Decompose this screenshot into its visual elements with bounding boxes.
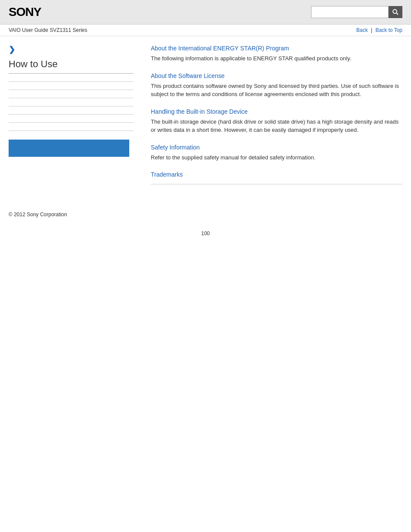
sidebar: ❯ How to Use xyxy=(9,45,142,194)
software-license-body: This product contains software owned by … xyxy=(151,82,402,99)
sidebar-divider-7 xyxy=(9,131,134,131)
nav-separator: | xyxy=(371,27,372,33)
safety-info-heading[interactable]: Safety Information xyxy=(151,144,402,151)
section-energy-star: About the International ENERGY STAR(R) P… xyxy=(151,45,402,63)
content-area: About the International ENERGY STAR(R) P… xyxy=(142,45,402,194)
section-software-license: About the Software License This product … xyxy=(151,72,402,99)
search-button[interactable] xyxy=(389,6,402,18)
guide-title: VAIO User Guide SVZ1311 Series xyxy=(9,27,87,33)
safety-info-body: Refer to the supplied safety manual for … xyxy=(151,153,402,162)
back-to-top-link[interactable]: Back to Top xyxy=(376,27,402,33)
sony-logo: SONY xyxy=(9,5,41,19)
nav-links: Back | Back to Top xyxy=(356,27,402,33)
sidebar-divider-4 xyxy=(9,106,134,106)
sidebar-divider-1 xyxy=(9,81,134,82)
energy-star-body: The following information is applicable … xyxy=(151,54,402,63)
sidebar-divider-3 xyxy=(9,98,134,98)
main-content: ❯ How to Use About the International ENE… xyxy=(0,36,411,202)
svg-point-0 xyxy=(393,9,397,13)
sidebar-divider-5 xyxy=(9,114,134,115)
page-number: 100 xyxy=(0,222,411,245)
content-divider xyxy=(151,184,402,184)
search-icon xyxy=(392,9,399,16)
section-trademarks: Trademarks xyxy=(151,171,402,184)
section-storage-device: Handling the Built-in Storage Device The… xyxy=(151,108,402,134)
chevron-icon: ❯ xyxy=(9,45,134,54)
software-license-heading[interactable]: About the Software License xyxy=(151,72,402,79)
energy-star-heading[interactable]: About the International ENERGY STAR(R) P… xyxy=(151,45,402,52)
sidebar-action-button[interactable] xyxy=(9,140,129,157)
svg-line-1 xyxy=(396,13,398,15)
storage-device-body: The built-in storage device (hard disk d… xyxy=(151,118,402,134)
sidebar-title: How to Use xyxy=(9,59,134,74)
nav-bar: VAIO User Guide SVZ1311 Series Back | Ba… xyxy=(0,25,411,36)
page-footer: © 2012 Sony Corporation xyxy=(0,202,411,222)
sidebar-divider-2 xyxy=(9,90,134,90)
copyright-text: © 2012 Sony Corporation xyxy=(9,212,67,218)
search-input[interactable] xyxy=(311,6,389,18)
page-header: SONY xyxy=(0,0,411,25)
sidebar-divider-6 xyxy=(9,122,134,123)
trademarks-link[interactable]: Trademarks xyxy=(151,171,183,178)
section-safety-info: Safety Information Refer to the supplied… xyxy=(151,144,402,162)
search-box xyxy=(311,6,402,18)
back-link[interactable]: Back xyxy=(356,27,368,33)
storage-device-heading[interactable]: Handling the Built-in Storage Device xyxy=(151,108,402,115)
